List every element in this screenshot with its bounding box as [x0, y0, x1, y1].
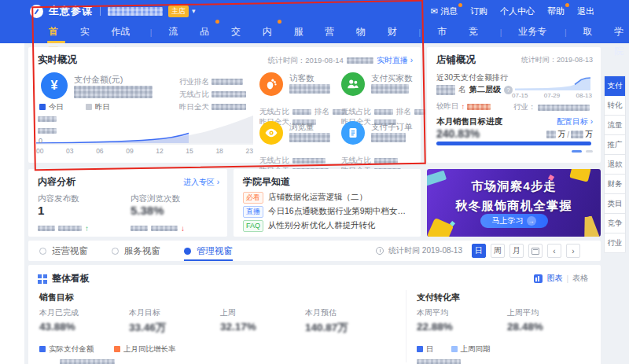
achieved-amount-redacted	[546, 131, 556, 138]
sales-legend: 实际支付金额 上月同比增长率	[39, 344, 176, 355]
enter-zone-link[interactable]: 进入专区 ›	[183, 177, 219, 188]
stat-time: 统计时间：2019-08-14	[268, 56, 344, 66]
nav-item-service[interactable]: 服务	[293, 22, 308, 43]
view-count-label: 内容浏览次数	[131, 193, 180, 204]
configure-target-link[interactable]: 配置目标 ›	[557, 116, 593, 127]
pay-side-stats: 行业排名 无线占比 昨日全天	[179, 75, 246, 113]
promo-banner[interactable]: 市场洞察4步走 秋冬服饰商机全掌握 马上学习 →	[427, 169, 601, 237]
nav-item-trade[interactable]: 交易	[231, 22, 246, 43]
envelope-icon: ✉	[431, 6, 438, 17]
live-broadcast-link[interactable]: 实时直播 ›	[377, 55, 413, 66]
learn-now-button[interactable]: 马上学习 →	[480, 214, 548, 228]
clock-icon	[376, 247, 384, 255]
y-axis-zero: 0	[39, 137, 42, 145]
metric-label: 访客数	[289, 73, 314, 84]
order-document-icon	[341, 121, 365, 145]
sub-value-redacted	[58, 226, 82, 231]
footprint-icon	[259, 72, 283, 96]
vs-yesterday-value-redacted	[467, 104, 491, 110]
buyers-icon	[341, 72, 365, 96]
target-progress-bar	[436, 142, 591, 145]
rail-item-finance[interactable]: 财务	[605, 175, 625, 194]
menu-item-help[interactable]: 帮助	[547, 6, 565, 17]
rail-item-traffic[interactable]: 流量	[605, 116, 625, 135]
dashboard-grid-icon	[38, 274, 47, 284]
x-axis-ticks: 0003 0609 1215 1823	[36, 147, 253, 155]
board-title: 整体看板	[52, 272, 90, 285]
nav-item-realtime[interactable]: 实时	[80, 22, 95, 43]
slash: /	[567, 131, 569, 139]
metric-value-redacted	[371, 84, 409, 94]
menu-item-orders[interactable]: 订购	[470, 6, 487, 17]
period-week-button[interactable]: 周	[491, 244, 505, 258]
rail-item-pay[interactable]: 支付	[605, 76, 625, 96]
rank-value-redacted	[436, 85, 455, 95]
chart-view-toggle[interactable]: 图表	[546, 273, 562, 284]
metric-label: 支付买家数	[371, 73, 413, 84]
nav-item-home[interactable]: 首页	[49, 22, 64, 43]
rail-item-promotion[interactable]: 推广	[605, 135, 625, 155]
nav-item-marketing[interactable]: 营销	[325, 22, 340, 43]
unit-wan: 万	[585, 129, 593, 140]
app-logo-icon	[30, 5, 43, 18]
nav-item-warroom[interactable]: 作战室	[112, 22, 134, 43]
nav-item-logistics[interactable]: 物流	[356, 22, 371, 43]
sales-col-target: 本月目标 33.46万	[129, 307, 166, 335]
target-amount-redacted	[571, 131, 583, 138]
industry-label: 行业：	[513, 102, 536, 112]
nav-item-academy[interactable]: 学院	[614, 22, 629, 43]
rail-item-competition[interactable]: 竞争	[605, 214, 625, 233]
rail-item-conversion[interactable]: 转化	[605, 96, 625, 116]
next-period-button[interactable]: ›	[566, 244, 580, 258]
stat-time: 统计时间：2019-08-13	[521, 55, 593, 65]
rail-item-industry[interactable]: 行业	[605, 233, 625, 253]
nav-item-traffic[interactable]: 流量	[168, 22, 183, 43]
menu-item-messages[interactable]: ✉ 消息	[431, 6, 458, 17]
tab-operation-window[interactable]: 运营视窗	[39, 241, 88, 261]
banner-line2: 秋冬服饰商机全掌握	[427, 198, 601, 215]
calendar-button[interactable]	[528, 244, 543, 258]
target-progress-value: 240.83%	[436, 127, 480, 140]
rail-item-category[interactable]: 类目	[605, 194, 625, 214]
main-nav: 首页 实时 作战室 | 流量 品类 交易 内容 服务 营销 物流 财务 | 市场…	[0, 22, 629, 43]
board-stat-time: 统计时间 2019-08-13	[388, 245, 462, 256]
faq-badge: FAQ	[243, 220, 263, 232]
sub-label-redacted	[38, 226, 55, 231]
window-tabs-bar: 运营视窗 服务视窗 管理视窗 统计时间 2019-08-13 日 周 月 ‹ ›	[28, 241, 601, 261]
tab-service-window[interactable]: 服务视窗	[112, 241, 160, 261]
shop-tier: 第二层级	[469, 84, 501, 95]
conversion-title: 支付转化率	[417, 292, 460, 303]
nav-item-content[interactable]: 内容	[263, 22, 278, 43]
academy-item[interactable]: 直播今日16点通晓数据行业第9期中档女装解析	[243, 206, 411, 218]
nav-item-data-fetch[interactable]: 取数	[583, 22, 598, 43]
prev-period-button[interactable]: ‹	[547, 244, 561, 258]
period-month-button[interactable]: 月	[509, 244, 524, 258]
sales-target-title: 销售目标	[39, 292, 74, 303]
pay-amount-value-redacted	[74, 86, 153, 98]
nav-item-category[interactable]: 品类	[200, 22, 215, 43]
academy-item[interactable]: 必看店铺数据化运营逻辑（二）	[243, 192, 411, 204]
period-day-button[interactable]: 日	[472, 244, 486, 258]
rail-item-refund[interactable]: 退款	[605, 155, 625, 175]
main-store-badge: 主店	[168, 6, 189, 17]
notification-dot	[278, 20, 281, 24]
sparkline-dates: 07-1507-2908-13	[512, 92, 592, 99]
nav-item-finance[interactable]: 财务	[388, 22, 403, 43]
realtime-area-chart	[36, 113, 253, 145]
notification-dot	[215, 20, 219, 24]
tab-management-window[interactable]: 管理视窗	[184, 241, 233, 261]
publish-count-value: 1	[38, 204, 44, 217]
sales-col-lastweek: 上周 32.17%	[220, 307, 256, 333]
caret-down-icon[interactable]: ▾	[192, 7, 196, 15]
menu-item-logout[interactable]: 退出	[577, 6, 594, 17]
toggle-divider: |	[566, 274, 568, 283]
nav-item-competition[interactable]: 竞争	[469, 22, 484, 43]
rank-30d-label: 近30天支付金额排行	[436, 72, 508, 83]
vs-yesterday-label: 较昨日	[436, 101, 459, 112]
academy-item[interactable]: FAQ从性别分析优化人群提升转化	[243, 220, 411, 232]
nav-item-market[interactable]: 市场	[437, 22, 452, 43]
nav-item-business-zone[interactable]: 业务专区	[518, 22, 548, 43]
menu-item-personal-center[interactable]: 个人中心	[500, 6, 535, 17]
section-divider	[406, 290, 406, 362]
table-view-toggle[interactable]: 表格	[572, 273, 588, 284]
